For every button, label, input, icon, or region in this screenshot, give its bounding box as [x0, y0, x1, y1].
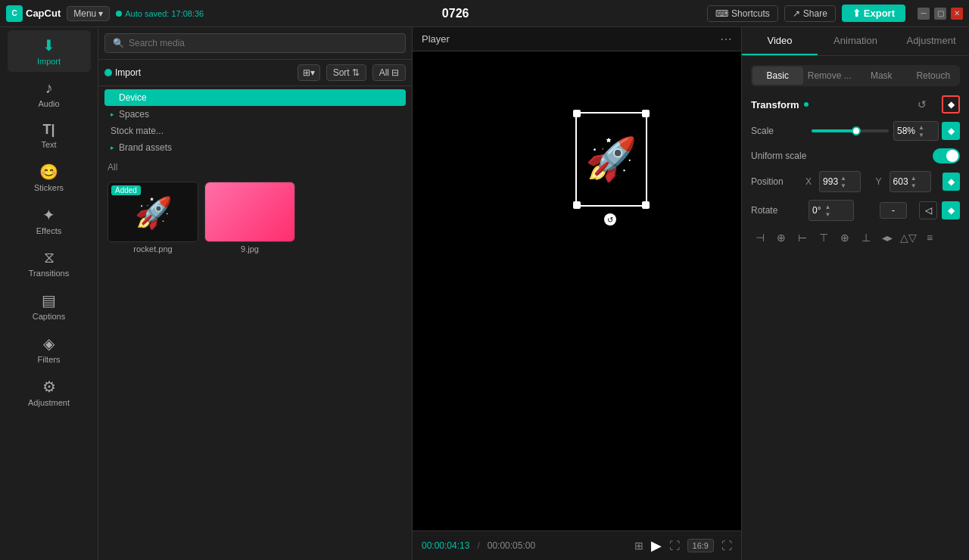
- sidebar-item-stock-label: Stock mate...: [111, 126, 164, 136]
- toolbar-item-transitions[interactable]: ⧖ Transitions: [8, 243, 91, 284]
- keyframe-active-button[interactable]: ◆: [942, 95, 960, 114]
- x-label: X: [805, 176, 816, 187]
- fullscreen-button[interactable]: ⛶: [721, 540, 732, 552]
- toolbar-item-text[interactable]: T| Text: [8, 116, 91, 155]
- grid-view-button[interactable]: ⊞ ▾: [298, 64, 320, 81]
- toolbar-item-adjustment[interactable]: ⚙ Adjustment: [8, 372, 91, 413]
- scale-stepper[interactable]: ▲ ▼: [916, 123, 927, 138]
- align-top-button[interactable]: ⊤: [815, 229, 833, 247]
- import-button[interactable]: Import: [104, 67, 141, 78]
- toolbar-item-audio[interactable]: ♪ Audio: [8, 73, 91, 114]
- tab-adjustment[interactable]: Adjustment: [893, 27, 969, 55]
- position-y-stepper[interactable]: ▲ ▼: [908, 174, 919, 189]
- toolbar-item-stickers[interactable]: 😊 Stickers: [8, 157, 91, 198]
- rotate-keyframe-button[interactable]: ◆: [942, 201, 960, 219]
- position-x-input[interactable]: 993 ▲ ▼: [819, 171, 861, 192]
- shortcuts-label: Shortcuts: [731, 8, 770, 19]
- maximize-button[interactable]: ▢: [934, 8, 946, 20]
- sidebar-item-spaces[interactable]: ▸ Spaces: [104, 106, 406, 123]
- list-item[interactable]: 🚀 Added rocket.png: [107, 182, 198, 554]
- player-header: Player ⋯: [413, 27, 741, 51]
- stickers-icon: 😊: [39, 163, 58, 181]
- align-distribute-h[interactable]: ◂▸: [878, 229, 896, 247]
- export-button[interactable]: ⬆ Export: [842, 5, 905, 22]
- sort-icon: ⇅: [352, 67, 360, 78]
- selected-clip[interactable]: 🚀: [575, 112, 647, 207]
- sort-button[interactable]: Sort ⇅: [326, 64, 366, 81]
- align-last[interactable]: ≡: [921, 229, 939, 247]
- sub-tab-retouch[interactable]: Retouch: [908, 67, 959, 85]
- align-buttons-row: ⊣ ⊕ ⊢ ⊤ ⊕ ⊥ ◂▸ △▽ ≡: [751, 229, 960, 247]
- tab-video[interactable]: Video: [742, 27, 818, 55]
- audio-icon: ♪: [45, 79, 53, 97]
- handle-top-left[interactable]: [573, 110, 581, 117]
- left-toolbar: ⬇ Import ♪ Audio T| Text 😊 Stickers ✦ Ef…: [0, 27, 98, 560]
- position-x-stepper[interactable]: ▲ ▼: [838, 174, 849, 189]
- handle-bottom-left[interactable]: [573, 201, 581, 209]
- media-grid: 🚀 Added rocket.png 9.jpg: [98, 176, 412, 560]
- all-label: All: [379, 67, 389, 78]
- rotate-dash-input[interactable]: -: [880, 202, 907, 219]
- handle-top-right[interactable]: [642, 110, 650, 117]
- close-button[interactable]: ✕: [951, 8, 963, 20]
- align-left-button[interactable]: ⊣: [751, 229, 769, 247]
- scale-slider-thumb[interactable]: [852, 126, 861, 135]
- toolbar-item-captions[interactable]: ▤ Captions: [8, 285, 91, 327]
- menu-button[interactable]: Menu ▾: [67, 6, 110, 21]
- y-increment[interactable]: ▲: [908, 174, 919, 182]
- align-bottom-button[interactable]: ⊥: [857, 229, 875, 247]
- uniform-scale-toggle[interactable]: [933, 148, 960, 163]
- toolbar-item-captions-label: Captions: [33, 312, 65, 321]
- reset-transform-button[interactable]: ↺: [918, 98, 927, 110]
- toolbar-item-import[interactable]: ⬇ Import: [8, 30, 91, 72]
- rotate-increment[interactable]: ▲: [822, 203, 833, 210]
- sidebar-item-stock-material[interactable]: Stock mate...: [104, 123, 406, 139]
- sub-tab-basic[interactable]: Basic: [752, 67, 803, 85]
- project-id: 0726: [442, 7, 469, 20]
- rotate-stepper[interactable]: ▲ ▼: [822, 203, 833, 218]
- sub-tab-mask[interactable]: Mask: [856, 67, 907, 85]
- align-center-h-button[interactable]: ⊕: [772, 229, 790, 247]
- align-distribute-v[interactable]: △▽: [899, 229, 918, 247]
- x-decrement[interactable]: ▼: [838, 182, 849, 189]
- topbar: C CapCut Menu ▾ Auto saved: 17:08:36 072…: [0, 0, 969, 27]
- sidebar-item-device[interactable]: ▸ Device: [104, 89, 406, 106]
- scale-keyframe-button[interactable]: ◆: [942, 122, 960, 140]
- x-increment[interactable]: ▲: [838, 174, 849, 182]
- search-input[interactable]: [129, 38, 397, 48]
- scale-decrement[interactable]: ▼: [916, 131, 927, 138]
- app-name: CapCut: [26, 8, 61, 19]
- rotate-prev-button[interactable]: ◁: [919, 201, 937, 219]
- app-logo: C CapCut: [6, 5, 61, 22]
- filter-button[interactable]: All ⊟: [372, 64, 406, 81]
- list-item[interactable]: 9.jpg: [204, 182, 295, 554]
- handle-bottom-right[interactable]: [642, 201, 650, 209]
- rotate-input[interactable]: 0° ▲ ▼: [809, 200, 854, 221]
- rotate-handle[interactable]: ↺: [604, 213, 616, 226]
- player-menu-icon[interactable]: ⋯: [720, 32, 732, 46]
- scale-increment[interactable]: ▲: [916, 123, 927, 131]
- play-button[interactable]: ▶: [651, 537, 662, 554]
- scale-slider[interactable]: [812, 129, 889, 132]
- right-panel: Video Animation Adjustment Basic Remove …: [742, 27, 969, 560]
- position-y-input[interactable]: 603 ▲ ▼: [890, 171, 931, 192]
- toolbar-item-filters[interactable]: ◈ Filters: [8, 328, 91, 370]
- rotate-decrement[interactable]: ▼: [822, 210, 833, 218]
- fit-screen-button[interactable]: ⛶: [669, 540, 680, 552]
- shortcuts-button[interactable]: ⌨ Shortcuts: [707, 5, 778, 22]
- align-right-button[interactable]: ⊢: [793, 229, 812, 247]
- sidebar-item-brand-assets[interactable]: ▸ Brand assets: [104, 139, 406, 156]
- tab-animation[interactable]: Animation: [818, 27, 893, 55]
- position-keyframe-button[interactable]: ◆: [943, 173, 960, 191]
- grid-overlay-button[interactable]: ⊞: [634, 540, 643, 552]
- chevron-right-icon-brand: ▸: [111, 144, 114, 151]
- toolbar-item-effects[interactable]: ✦ Effects: [8, 200, 91, 241]
- y-decrement[interactable]: ▼: [908, 182, 919, 189]
- share-button[interactable]: ↗ Share: [784, 5, 836, 22]
- toolbar-item-effects-label: Effects: [36, 226, 61, 235]
- pink-thumbnail: [205, 182, 295, 242]
- align-center-v-button[interactable]: ⊕: [836, 229, 854, 247]
- sub-tab-remove[interactable]: Remove ...: [805, 67, 855, 85]
- sidebar-item-brand-assets-label: Brand assets: [119, 142, 172, 153]
- minimize-button[interactable]: ─: [918, 8, 930, 20]
